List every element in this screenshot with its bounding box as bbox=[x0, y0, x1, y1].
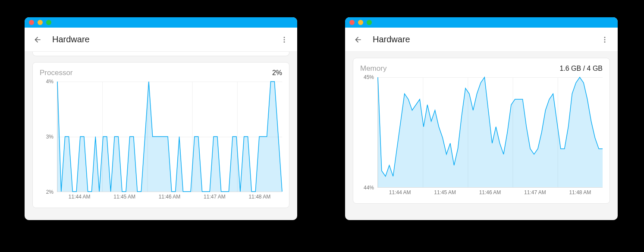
card-title: Processor bbox=[40, 69, 73, 77]
x-tick: 11:46 AM bbox=[479, 189, 501, 195]
window-processor: Hardware Processor 2% 4% 3% 2% bbox=[25, 17, 297, 220]
svg-point-5 bbox=[604, 41, 606, 42]
back-button[interactable] bbox=[350, 32, 366, 47]
x-tick: 11:46 AM bbox=[159, 194, 181, 200]
svg-point-2 bbox=[284, 41, 285, 42]
x-tick: 11:47 AM bbox=[524, 189, 546, 195]
card-value: 2% bbox=[272, 69, 282, 77]
x-tick: 11:48 AM bbox=[569, 189, 591, 195]
memory-card: Memory 1.6 GB / 4 GB 45% 44% 11:44 AM 11… bbox=[353, 58, 610, 204]
x-tick: 11:44 AM bbox=[69, 194, 91, 200]
toolbar: Hardware bbox=[25, 28, 297, 52]
back-button[interactable] bbox=[30, 32, 45, 47]
card-header: Processor 2% bbox=[40, 69, 282, 77]
window-memory: Hardware Memory 1.6 GB / 4 GB 45% 44% bbox=[345, 17, 618, 220]
x-tick: 11:45 AM bbox=[113, 194, 135, 200]
svg-point-1 bbox=[284, 39, 285, 40]
card-value: 1.6 GB / 4 GB bbox=[559, 65, 603, 72]
x-axis: 11:44 AM 11:45 AM 11:46 AM 11:47 AM 11:4… bbox=[377, 189, 603, 198]
more-vertical-icon bbox=[280, 36, 288, 44]
content-area: Processor 2% 4% 3% 2% 11:44 AM 11:45 AM bbox=[25, 52, 297, 216]
x-tick: 11:44 AM bbox=[389, 189, 411, 195]
y-tick: 2% bbox=[46, 189, 53, 195]
close-icon[interactable] bbox=[29, 20, 34, 25]
svg-point-4 bbox=[604, 39, 606, 40]
line-chart-svg bbox=[57, 82, 282, 192]
arrow-left-icon bbox=[33, 35, 42, 44]
processor-card: Processor 2% 4% 3% 2% 11:44 AM 11:45 AM bbox=[32, 62, 289, 208]
titlebar[interactable] bbox=[345, 17, 618, 28]
close-icon[interactable] bbox=[349, 20, 355, 25]
card-peek bbox=[32, 52, 289, 56]
y-tick: 45% bbox=[364, 74, 374, 80]
x-tick: 11:47 AM bbox=[204, 194, 226, 200]
y-tick: 4% bbox=[46, 79, 53, 85]
more-button[interactable] bbox=[597, 32, 613, 47]
minimize-icon[interactable] bbox=[358, 20, 363, 25]
plot-area bbox=[57, 82, 282, 192]
page-title: Hardware bbox=[52, 35, 276, 44]
memory-chart: 45% 44% 11:44 AM 11:45 AM 11:46 AM 11:47… bbox=[360, 77, 603, 198]
y-axis: 45% 44% bbox=[360, 77, 376, 188]
y-tick: 44% bbox=[364, 185, 374, 191]
x-tick: 11:45 AM bbox=[434, 189, 456, 195]
minimize-icon[interactable] bbox=[38, 20, 43, 25]
more-vertical-icon bbox=[601, 36, 609, 44]
svg-point-3 bbox=[604, 37, 606, 38]
card-title: Memory bbox=[360, 64, 386, 73]
x-tick: 11:48 AM bbox=[248, 194, 270, 200]
x-axis: 11:44 AM 11:45 AM 11:46 AM 11:47 AM 11:4… bbox=[57, 194, 282, 202]
titlebar[interactable] bbox=[25, 17, 297, 28]
y-axis: 4% 3% 2% bbox=[40, 82, 55, 192]
plot-area bbox=[377, 77, 603, 188]
toolbar: Hardware bbox=[345, 28, 618, 52]
card-header: Memory 1.6 GB / 4 GB bbox=[360, 64, 603, 73]
content-area: Memory 1.6 GB / 4 GB 45% 44% 11:44 AM 11… bbox=[345, 52, 618, 211]
arrow-left-icon bbox=[354, 35, 362, 44]
line-chart-svg bbox=[378, 77, 603, 187]
y-tick: 3% bbox=[46, 134, 53, 140]
maximize-icon[interactable] bbox=[367, 20, 372, 25]
maximize-icon[interactable] bbox=[46, 20, 51, 25]
processor-chart: 4% 3% 2% 11:44 AM 11:45 AM 11:46 AM 11:4… bbox=[40, 82, 282, 202]
svg-point-0 bbox=[284, 37, 285, 38]
page-title: Hardware bbox=[373, 35, 597, 44]
more-button[interactable] bbox=[276, 32, 292, 47]
